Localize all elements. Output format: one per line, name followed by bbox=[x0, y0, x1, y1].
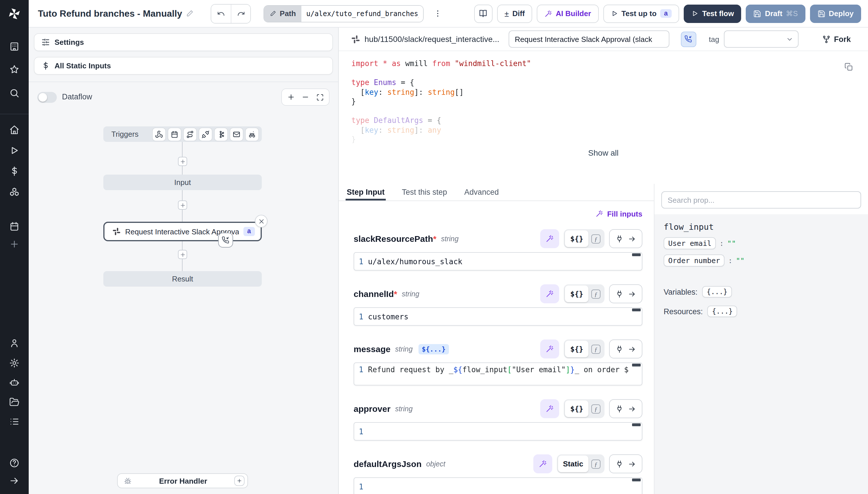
trigger-kafka-icon[interactable] bbox=[214, 127, 228, 141]
result-node[interactable]: Result bbox=[103, 271, 262, 287]
value-editor[interactable]: 1 Refund request by _${flow_input["User … bbox=[354, 362, 643, 385]
hub-script-link[interactable]: hub/11500/slack/request_interactive... bbox=[351, 35, 499, 44]
add-step-button[interactable] bbox=[178, 201, 187, 210]
save-icon bbox=[817, 10, 825, 18]
tab-advanced[interactable]: Advanced bbox=[463, 184, 500, 201]
add-step-button[interactable] bbox=[178, 157, 187, 166]
sidebar-item-resources-icon[interactable] bbox=[9, 187, 20, 197]
template-mode-button[interactable]: ${} bbox=[565, 230, 588, 247]
static-mode-button[interactable]: Static bbox=[558, 456, 588, 472]
search-prop-input[interactable] bbox=[661, 191, 861, 209]
sidebar-item-settings-icon[interactable] bbox=[9, 358, 20, 368]
path-input[interactable] bbox=[302, 5, 423, 21]
trigger-webhook-icon[interactable] bbox=[152, 127, 166, 141]
ai-fill-button[interactable] bbox=[533, 454, 552, 473]
dataflow-toggle[interactable] bbox=[37, 92, 57, 103]
prop-user-email[interactable]: User email bbox=[664, 237, 716, 249]
ai-fill-button[interactable] bbox=[540, 340, 559, 358]
sidebar-item-search-icon[interactable] bbox=[9, 88, 20, 98]
expression-mode-button[interactable]: ƒ bbox=[588, 344, 603, 354]
suspend-settings-button[interactable] bbox=[681, 31, 696, 47]
add-error-handler-button[interactable] bbox=[234, 476, 244, 486]
test-flow-button[interactable]: Test flow bbox=[684, 4, 742, 23]
resources-expand-pill[interactable]: {...} bbox=[708, 306, 737, 317]
sidebar-item-home-icon[interactable] bbox=[9, 125, 20, 135]
zoom-out-button[interactable] bbox=[301, 93, 310, 102]
docs-button[interactable] bbox=[474, 4, 493, 23]
sidebar-item-expand-icon[interactable] bbox=[9, 476, 20, 486]
prop-order-number[interactable]: Order number bbox=[664, 254, 725, 267]
input-node[interactable]: Input bbox=[103, 175, 262, 190]
connect-input-button[interactable] bbox=[609, 340, 643, 358]
value-editor[interactable]: 1 u/alex/humorous_slack bbox=[354, 252, 643, 270]
add-step-button[interactable] bbox=[178, 250, 187, 259]
all-static-inputs-button[interactable]: All Static Inputs bbox=[34, 57, 333, 75]
template-mode-button[interactable]: ${} bbox=[565, 400, 588, 417]
fit-view-button[interactable] bbox=[315, 93, 324, 102]
ai-builder-button[interactable]: AI Builder bbox=[537, 4, 598, 23]
tab-step-input[interactable]: Step Input bbox=[346, 184, 386, 201]
connect-input-button[interactable] bbox=[609, 229, 643, 248]
suspend-approval-icon[interactable] bbox=[218, 233, 233, 248]
diff-button[interactable]: ±Diff bbox=[497, 4, 532, 23]
sidebar-item-favorites-icon[interactable] bbox=[9, 64, 20, 75]
draft-button[interactable]: Draft⌘S bbox=[746, 4, 805, 23]
trigger-route-icon[interactable] bbox=[183, 127, 197, 141]
path-label[interactable]: Path bbox=[264, 5, 302, 21]
sidebar-item-users-icon[interactable] bbox=[9, 338, 20, 348]
trigger-websocket-icon[interactable] bbox=[199, 127, 212, 141]
editor-scroll-marker bbox=[632, 423, 641, 426]
fork-button[interactable]: Fork bbox=[822, 35, 851, 43]
undo-button[interactable] bbox=[212, 4, 231, 23]
value-editor[interactable]: 1 bbox=[354, 422, 643, 441]
error-handler-node[interactable]: Error Handler bbox=[117, 473, 248, 488]
ai-fill-button[interactable] bbox=[540, 229, 559, 248]
sidebar-item-runs-icon[interactable] bbox=[9, 145, 20, 156]
trigger-poll-icon[interactable] bbox=[245, 127, 259, 141]
redo-button[interactable] bbox=[231, 4, 251, 23]
edit-title-icon[interactable] bbox=[186, 10, 194, 17]
code-preview[interactable]: import * as wmill from "windmill-client"… bbox=[339, 51, 868, 143]
copy-code-icon[interactable] bbox=[845, 63, 853, 71]
sidebar-item-add-icon[interactable] bbox=[9, 239, 20, 249]
trigger-schedule-icon[interactable] bbox=[167, 127, 181, 141]
connect-input-button[interactable] bbox=[609, 399, 643, 418]
sidebar-item-schedules-icon[interactable] bbox=[9, 221, 20, 231]
sidebar-item-audit-logs-icon[interactable] bbox=[9, 416, 20, 427]
sidebar-item-workers-icon[interactable] bbox=[9, 377, 20, 388]
sidebar-item-help-icon[interactable] bbox=[9, 458, 20, 468]
expression-mode-button[interactable]: ƒ bbox=[588, 234, 603, 243]
tab-test-this-step[interactable]: Test this step bbox=[401, 184, 448, 201]
delete-step-button[interactable] bbox=[255, 215, 268, 227]
slack-approval-node[interactable]: Request Interactive Slack Approval (... … bbox=[103, 222, 262, 241]
value-editor[interactable]: 1 customers bbox=[354, 307, 643, 326]
windmill-logo-icon[interactable] bbox=[7, 7, 21, 21]
flow-settings-button[interactable]: Settings bbox=[34, 33, 333, 51]
template-mode-button[interactable]: ${} bbox=[565, 285, 588, 302]
value-editor[interactable]: 1 bbox=[354, 477, 643, 494]
template-mode-button[interactable]: ${} bbox=[565, 341, 588, 357]
test-up-to-button[interactable]: Test up toa bbox=[603, 4, 679, 23]
sidebar-item-workspace-icon[interactable] bbox=[9, 41, 20, 52]
more-options-icon[interactable] bbox=[432, 4, 443, 23]
expression-mode-button[interactable]: ƒ bbox=[588, 289, 603, 299]
ai-fill-button[interactable] bbox=[540, 284, 559, 303]
trigger-email-icon[interactable] bbox=[230, 127, 243, 141]
triggers-node[interactable]: Triggers bbox=[103, 126, 262, 142]
connect-input-button[interactable] bbox=[609, 284, 643, 303]
expression-mode-button[interactable]: ƒ bbox=[588, 459, 603, 469]
step-summary-input[interactable] bbox=[509, 31, 669, 48]
ai-fill-button[interactable] bbox=[540, 399, 559, 418]
connect-input-button[interactable] bbox=[609, 454, 643, 473]
tag-select[interactable] bbox=[724, 31, 798, 48]
fill-inputs-button[interactable]: Fill inputs bbox=[595, 209, 643, 218]
show-all-button[interactable]: Show all bbox=[588, 148, 618, 157]
deploy-button[interactable]: Deploy bbox=[810, 4, 861, 23]
sidebar-item-variables-icon[interactable] bbox=[9, 166, 20, 176]
variables-expand-pill[interactable]: {...} bbox=[702, 286, 732, 298]
expression-mode-button[interactable]: ƒ bbox=[588, 404, 603, 413]
prop-picker-panel: flow_input User email : "" Order number … bbox=[654, 184, 868, 494]
sidebar-item-folders-icon[interactable] bbox=[9, 397, 20, 407]
zoom-in-button[interactable] bbox=[287, 93, 296, 102]
input-mode-toggle: Static ƒ bbox=[556, 454, 605, 473]
